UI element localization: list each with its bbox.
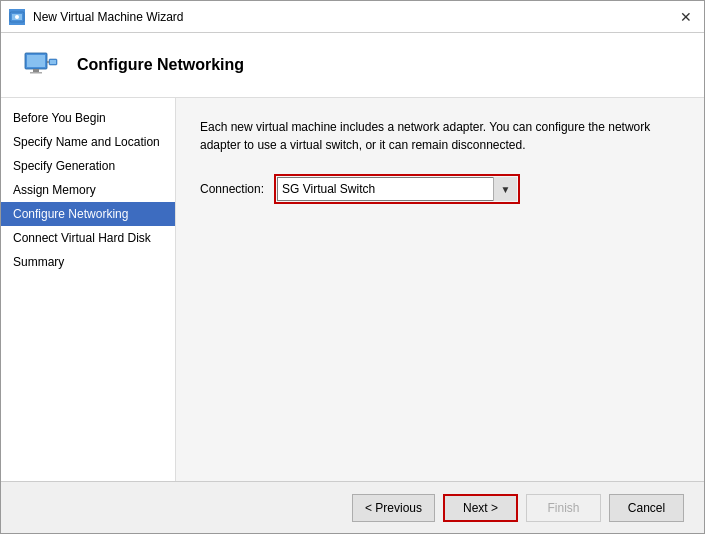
sidebar-item-memory[interactable]: Assign Memory	[1, 178, 175, 202]
connection-label: Connection:	[200, 182, 264, 196]
page-title: Configure Networking	[77, 56, 244, 74]
next-button[interactable]: Next >	[443, 494, 518, 522]
footer: < Previous Next > Finish Cancel	[1, 481, 704, 533]
connection-dropdown[interactable]: Not Connected SG Virtual Switch	[277, 177, 517, 201]
sidebar-item-generation[interactable]: Specify Generation	[1, 154, 175, 178]
sidebar-item-before-you-begin[interactable]: Before You Begin	[1, 106, 175, 130]
main-area: Before You Begin Specify Name and Locati…	[1, 98, 704, 481]
connection-dropdown-wrapper: Not Connected SG Virtual Switch ▼	[274, 174, 520, 204]
title-bar-left: New Virtual Machine Wizard	[9, 9, 184, 25]
sidebar-item-hard-disk[interactable]: Connect Virtual Hard Disk	[1, 226, 175, 250]
title-controls: ✕	[676, 7, 696, 27]
content-area: Configure Networking Before You Begin Sp…	[1, 33, 704, 481]
close-button[interactable]: ✕	[676, 7, 696, 27]
svg-rect-4	[27, 55, 45, 67]
connection-row: Connection: Not Connected SG Virtual Swi…	[200, 174, 680, 204]
content-panel: Each new virtual machine includes a netw…	[176, 98, 704, 481]
window-title: New Virtual Machine Wizard	[33, 10, 184, 24]
title-bar: New Virtual Machine Wizard ✕	[1, 1, 704, 33]
description-text: Each new virtual machine includes a netw…	[200, 118, 680, 154]
svg-point-2	[15, 15, 19, 19]
cancel-button[interactable]: Cancel	[609, 494, 684, 522]
svg-rect-8	[50, 60, 56, 64]
page-header: Configure Networking	[1, 33, 704, 98]
wizard-window: New Virtual Machine Wizard ✕	[0, 0, 705, 534]
sidebar: Before You Begin Specify Name and Locati…	[1, 98, 176, 481]
connection-dropdown-container: Not Connected SG Virtual Switch ▼	[277, 177, 517, 201]
svg-rect-5	[33, 69, 39, 72]
sidebar-item-name-location[interactable]: Specify Name and Location	[1, 130, 175, 154]
previous-button[interactable]: < Previous	[352, 494, 435, 522]
header-icon	[21, 49, 61, 81]
svg-rect-6	[30, 72, 42, 74]
sidebar-item-summary[interactable]: Summary	[1, 250, 175, 274]
finish-button: Finish	[526, 494, 601, 522]
sidebar-item-networking[interactable]: Configure Networking	[1, 202, 175, 226]
window-icon	[9, 9, 25, 25]
